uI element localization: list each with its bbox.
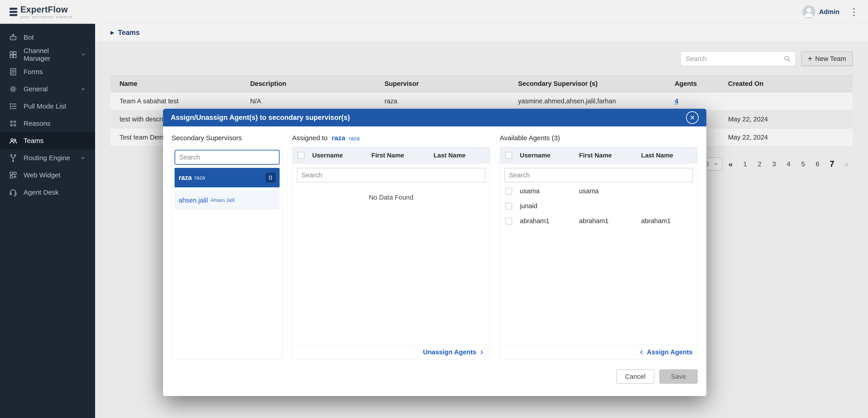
breadcrumb-arrow-icon: ▶: [111, 30, 114, 36]
assigned-to-heading: Assigned to raza raza: [292, 134, 490, 143]
supervisor-item[interactable]: ahsen.jalil Ahsen Jalil: [175, 190, 280, 210]
sidebar-item-web-widget[interactable]: Web Widget: [0, 167, 95, 184]
modal-header: Assign/Unassign Agent(s) to secondary su…: [163, 109, 706, 126]
cell-supervisor: raza: [375, 97, 509, 105]
column-header-first-name: First Name: [372, 152, 434, 159]
brand-tagline: your callcenter experts: [20, 15, 73, 19]
kebab-menu-icon[interactable]: ⋮: [849, 7, 859, 16]
assign-agents-link[interactable]: Assign Agents: [638, 349, 692, 356]
save-button[interactable]: Save: [659, 369, 698, 384]
pagination-page-button[interactable]: 4: [782, 157, 795, 171]
pagination-prev-button[interactable]: «: [724, 157, 737, 171]
no-data-found-text: No Data Found: [292, 194, 490, 201]
column-header-supervisor: Supervisor: [375, 80, 509, 87]
sidebar-item-general[interactable]: General: [0, 81, 95, 98]
sidebar-item-channel-manager[interactable]: Channel Manager: [0, 46, 95, 63]
column-header-agents: Agents: [665, 80, 719, 87]
agent-row[interactable]: junaid: [500, 199, 698, 214]
chevron-down-icon: [713, 161, 719, 167]
column-header-secondary-supervisor: Secondary Supervisor (s): [509, 80, 665, 87]
sidebar-label: Bot: [24, 33, 34, 41]
available-agents-search-input[interactable]: [504, 168, 693, 182]
plus-icon: +: [808, 55, 812, 63]
sidebar-label: Forms: [24, 68, 43, 76]
assigned-agents-search-input[interactable]: [297, 168, 486, 182]
supervisor-username: ahsen.jalil: [179, 197, 208, 204]
user-area: Admin ⋮: [802, 5, 859, 18]
logo-text: ExpertFlow your callcenter experts: [20, 5, 73, 19]
breadcrumb[interactable]: Teams: [118, 29, 140, 37]
sidebar-item-pull-mode-list[interactable]: Pull Mode List: [0, 98, 95, 115]
unassign-agents-link[interactable]: Unassign Agents: [423, 349, 485, 356]
pagination-next-button[interactable]: »: [840, 157, 852, 171]
logo-bars-icon: [9, 8, 17, 16]
teams-search-input[interactable]: [686, 55, 783, 62]
agent-row[interactable]: usama usama: [500, 184, 698, 199]
new-team-button[interactable]: + New Team: [801, 52, 853, 66]
available-box-footer: Assign Agents: [500, 345, 698, 360]
sidebar-item-forms[interactable]: Forms: [0, 63, 95, 81]
pagination-page-button[interactable]: 6: [811, 157, 824, 171]
cell-secondary-supervisor: yasmine.ahmed,ahsen.jalil,farhan: [509, 97, 665, 105]
assigned-supervisor-name: raza: [349, 135, 360, 141]
user-avatar[interactable]: [802, 5, 815, 18]
gear-icon: [9, 85, 18, 94]
bot-icon: [9, 33, 18, 42]
supervisor-item-selected[interactable]: raza raza 0: [175, 168, 280, 187]
column-header-last-name: Last Name: [434, 152, 490, 159]
supervisors-list-box: raza raza 0 ahsen.jalil Ahsen Jalil: [172, 147, 283, 360]
pagination-page-button[interactable]: 3: [768, 157, 780, 171]
user-name: Admin: [819, 8, 839, 16]
search-icon[interactable]: [783, 55, 791, 62]
teams-toolbar: + New Team: [111, 52, 852, 66]
sidebar-item-teams[interactable]: Teams: [0, 132, 95, 149]
headset-icon: [9, 188, 18, 197]
column-header-last-name: Last Name: [641, 152, 698, 159]
assigned-table-header: Username First Name Last Name: [292, 147, 490, 164]
sidebar-item-agent-desk[interactable]: Agent Desk: [0, 184, 95, 201]
table-header-row: Name Description Supervisor Secondary Su…: [111, 75, 852, 92]
list-icon: [9, 102, 18, 111]
column-header-username: Username: [520, 152, 579, 159]
routing-branch-icon: [9, 153, 18, 162]
teams-search-box: [681, 52, 795, 66]
select-all-checkbox[interactable]: [505, 152, 512, 159]
sidebar-item-reasons[interactable]: Reasons: [0, 115, 95, 132]
column-header-name: Name: [111, 80, 241, 87]
column-header-first-name: First Name: [579, 152, 641, 159]
new-team-label: New Team: [815, 55, 846, 62]
pagination-page-button[interactable]: 1: [739, 157, 751, 171]
supervisors-search-input[interactable]: [175, 150, 280, 165]
chevron-down-icon: [80, 51, 87, 58]
supervisor-fullname: raza: [194, 175, 205, 181]
assigned-supervisor-username: raza: [332, 134, 345, 142]
brand-name: ExpertFlow: [20, 5, 73, 14]
agent-row[interactable]: abraham1 abraham1 abraham1: [500, 214, 698, 229]
available-agents-box: Username First Name Last Name usama usam…: [500, 147, 698, 360]
row-checkbox[interactable]: [505, 188, 512, 195]
agents-count-link[interactable]: 4: [675, 97, 678, 105]
available-agents-column: Available Agents (3) Username First Name…: [500, 134, 698, 365]
pagination-page-button[interactable]: 5: [797, 157, 809, 171]
row-checkbox[interactable]: [505, 203, 512, 210]
select-all-checkbox[interactable]: [298, 152, 305, 159]
cell-description: N/A: [241, 97, 375, 105]
cancel-button[interactable]: Cancel: [616, 369, 654, 384]
sidebar-item-bot[interactable]: Bot: [0, 29, 95, 46]
close-icon[interactable]: ×: [686, 111, 699, 124]
pagination-page-button[interactable]: 2: [753, 157, 766, 171]
table-row[interactable]: Team A sabahat test N/A raza yasmine.ahm…: [111, 92, 852, 110]
column-header-description: Description: [241, 80, 375, 87]
supervisor-fullname: Ahsen Jalil: [211, 197, 235, 203]
agent-first-name: abraham1: [579, 217, 641, 225]
sidebar-item-routing-engine[interactable]: Routing Engine: [0, 149, 95, 167]
teams-people-icon: [9, 136, 18, 145]
modal-title: Assign/Unassign Agent(s) to secondary su…: [171, 114, 350, 122]
assigned-agents-box: Username First Name Last Name No Data Fo…: [292, 147, 490, 360]
person-icon: [802, 5, 815, 18]
modal-body: Secondary Supervisors raza raza 0 ahsen.…: [163, 126, 706, 365]
row-checkbox[interactable]: [505, 218, 512, 225]
pagination-current-page-button[interactable]: 7: [826, 157, 838, 171]
sidebar-label: Teams: [24, 137, 43, 145]
chevron-down-icon: [80, 154, 87, 161]
